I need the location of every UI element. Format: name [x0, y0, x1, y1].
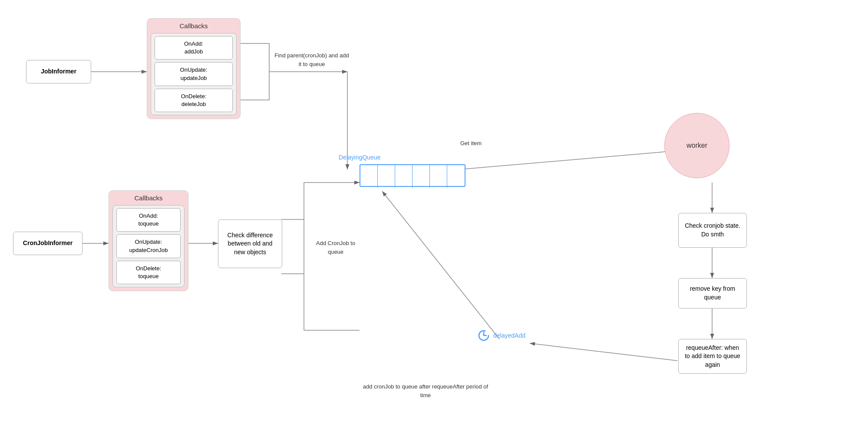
cronjob-informer-box: CronJobInformer: [13, 232, 83, 255]
callbacks-top-title: Callbacks: [151, 22, 237, 30]
job-informer-box: JobInformer: [26, 60, 91, 83]
delaying-queue-label: DelayingQueue: [339, 153, 381, 162]
callback-add-toqueue: OnAdd:toqueue: [116, 208, 181, 232]
svg-line-15: [530, 343, 677, 361]
queue-cell-5: [430, 165, 447, 188]
find-parent-label: Find parent(cronJob) and add it to queue: [273, 51, 351, 68]
requeue-after-box: requeueAfter: when to add item to queue …: [678, 339, 747, 374]
callback-update-job: OnUpdate:updateJob: [155, 62, 233, 86]
callbacks-bottom: Callbacks OnAdd:toqueue OnUpdate:updateC…: [109, 190, 188, 291]
callback-delete-toqueue: OnDelete:toqueue: [116, 261, 181, 284]
queue-cell-4: [413, 165, 430, 188]
add-cronjob-after-label: add cronJob to queue after requeueAfter …: [360, 382, 491, 399]
callback-delete-job: OnDelete:deleteJob: [155, 89, 233, 112]
delayed-add-label: delayedAdd: [493, 331, 525, 340]
remove-key-box: remove key from queue: [678, 278, 747, 309]
callback-add-job: OnAdd:addJob: [155, 36, 233, 60]
delayed-add-container: delayedAdd: [478, 329, 525, 342]
add-cronjob-label: Add CronJob to queue: [307, 239, 364, 256]
callbacks-top: Callbacks OnAdd:addJob OnUpdate:updateJo…: [147, 18, 241, 119]
check-diff-box: Check difference between old and new obj…: [218, 219, 282, 268]
queue-cell-1: [360, 165, 378, 188]
queue-cell-2: [378, 165, 395, 188]
worker-circle: worker: [664, 113, 729, 178]
callbacks-bottom-title: Callbacks: [112, 194, 185, 202]
svg-line-11: [434, 150, 686, 172]
callbacks-top-inner: OnAdd:addJob OnUpdate:updateJob OnDelete…: [151, 33, 237, 115]
check-cronjob-box: Check cronjob state. Do smth: [678, 213, 747, 248]
get-item-label: Get item: [460, 139, 482, 148]
delaying-queue: [360, 164, 465, 187]
queue-cell-3: [395, 165, 413, 188]
svg-line-16: [382, 191, 499, 339]
callbacks-bottom-inner: OnAdd:toqueue OnUpdate:updateCronJob OnD…: [112, 205, 185, 287]
diagram: JobInformer Callbacks OnAdd:addJob OnUpd…: [0, 0, 868, 435]
queue-cell-6: [447, 165, 465, 188]
callback-update-cronjob: OnUpdate:updateCronJob: [116, 234, 181, 258]
delayed-add-icon: [478, 329, 490, 342]
